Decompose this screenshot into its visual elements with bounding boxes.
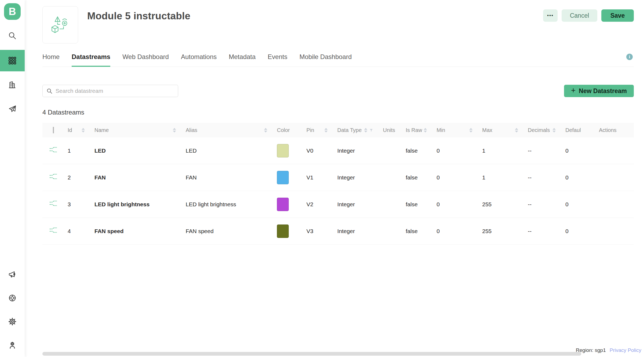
tab-datastreams[interactable]: Datastreams bbox=[72, 53, 110, 67]
sort-icon[interactable] bbox=[324, 128, 328, 133]
horizontal-scrollbar[interactable] bbox=[42, 352, 581, 356]
column-header-data-type: Data Type bbox=[337, 127, 362, 133]
sort-icon[interactable] bbox=[364, 128, 367, 133]
tab-home[interactable]: Home bbox=[42, 53, 60, 67]
devices-grid-icon bbox=[8, 56, 17, 65]
cell-name: FAN speed bbox=[91, 228, 182, 234]
paper-plane-icon bbox=[8, 105, 17, 113]
cell-id: 4 bbox=[64, 228, 91, 234]
table-row[interactable]: 4 FAN speed FAN speed V3 Integer false 0… bbox=[42, 218, 634, 245]
sort-icon[interactable] bbox=[264, 128, 267, 133]
cell-name: LED bbox=[91, 148, 182, 154]
more-options-button[interactable]: ••• bbox=[543, 9, 558, 22]
cell-min: 0 bbox=[433, 201, 479, 208]
column-header-units: Units bbox=[383, 127, 395, 133]
tab-web-dashboard[interactable]: Web Dashboard bbox=[122, 53, 169, 67]
sidebar-item-settings[interactable] bbox=[0, 310, 25, 333]
table-row[interactable]: 3 LED light brightness LED light brightn… bbox=[42, 191, 634, 218]
cell-alias: LED light brightness bbox=[182, 201, 274, 208]
cell-decimals: -- bbox=[525, 201, 562, 208]
sort-icon[interactable] bbox=[173, 128, 176, 133]
column-header-alias: Alias bbox=[186, 127, 197, 133]
cell-pin: V1 bbox=[303, 174, 334, 181]
cell-alias: FAN speed bbox=[182, 228, 274, 234]
cell-name: LED light brightness bbox=[91, 201, 182, 208]
sidebar-item-support[interactable] bbox=[0, 286, 25, 310]
cell-data-type: Integer bbox=[334, 228, 380, 234]
sort-icon[interactable] bbox=[469, 128, 473, 133]
cell-is-raw: false bbox=[402, 228, 433, 234]
sidebar-item-devices[interactable] bbox=[0, 50, 25, 71]
cell-data-type: Integer bbox=[334, 201, 380, 208]
sort-icon[interactable] bbox=[515, 128, 518, 133]
gear-icon bbox=[8, 317, 17, 326]
cell-pin: V2 bbox=[303, 201, 334, 208]
page-title: Module 5 instructable bbox=[87, 10, 191, 22]
select-all-checkbox[interactable] bbox=[53, 127, 54, 133]
template-illustration-icon bbox=[50, 15, 71, 35]
sort-icon[interactable] bbox=[552, 128, 556, 133]
info-icon[interactable]: i bbox=[626, 54, 633, 60]
color-swatch bbox=[277, 144, 289, 157]
search-datastream-input[interactable] bbox=[56, 88, 174, 94]
cell-name: FAN bbox=[91, 174, 182, 181]
column-header-default: Defaul bbox=[565, 127, 581, 133]
sidebar-item-announcements[interactable] bbox=[0, 263, 25, 286]
datastreams-toolbar: + New Datastream bbox=[42, 85, 634, 97]
column-header-is-raw: Is Raw bbox=[406, 127, 422, 133]
datastream-virtual-pin-icon bbox=[49, 226, 58, 235]
datastream-virtual-pin-icon bbox=[49, 172, 58, 182]
user-developer-icon bbox=[8, 341, 17, 349]
page-header: Module 5 instructable ••• Cancel Save bbox=[42, 0, 634, 43]
tab-metadata[interactable]: Metadata bbox=[229, 53, 256, 67]
column-header-max: Max bbox=[482, 127, 492, 133]
sidebar-item-profile[interactable] bbox=[0, 333, 25, 357]
sort-icon[interactable] bbox=[82, 128, 85, 133]
sidebar-item-search[interactable] bbox=[0, 26, 25, 45]
cell-max: 255 bbox=[479, 201, 525, 208]
cell-default: 0 bbox=[562, 174, 596, 181]
color-swatch bbox=[277, 198, 289, 211]
tab-mobile-dashboard[interactable]: Mobile Dashboard bbox=[299, 53, 352, 67]
table-row[interactable]: 2 FAN FAN V1 Integer false 0 1 -- 0 bbox=[42, 164, 634, 191]
tab-automations[interactable]: Automations bbox=[181, 53, 217, 67]
table-row[interactable]: 1 LED LED V0 Integer false 0 1 -- 0 bbox=[42, 137, 634, 164]
cell-id: 3 bbox=[64, 201, 91, 208]
cell-id: 1 bbox=[64, 148, 91, 154]
new-datastream-button[interactable]: + New Datastream bbox=[564, 85, 634, 97]
table-header-row: Id Name Alias Color Pin Data Type Units … bbox=[42, 123, 634, 137]
sidebar-item-publish[interactable] bbox=[0, 98, 25, 120]
tab-events[interactable]: Events bbox=[268, 53, 287, 67]
privacy-policy-link[interactable]: Privacy Policy bbox=[610, 347, 641, 353]
cell-is-raw: false bbox=[402, 201, 433, 208]
region-label: Region: sgp1 bbox=[576, 347, 606, 353]
search-datastream-box[interactable] bbox=[42, 85, 178, 97]
save-button[interactable]: Save bbox=[601, 9, 634, 22]
column-header-id: Id bbox=[68, 127, 72, 133]
column-header-actions: Actions bbox=[599, 127, 617, 133]
datastreams-count: 4 Datastreams bbox=[42, 109, 634, 116]
sidebar-item-organization[interactable] bbox=[0, 74, 25, 95]
color-swatch bbox=[277, 224, 289, 238]
cell-max: 255 bbox=[479, 228, 525, 234]
cell-decimals: -- bbox=[525, 228, 562, 234]
cell-min: 0 bbox=[433, 174, 479, 181]
column-header-name: Name bbox=[94, 127, 109, 133]
megaphone-icon bbox=[8, 270, 17, 279]
cell-max: 1 bbox=[479, 148, 525, 154]
cell-alias: FAN bbox=[182, 174, 274, 181]
cell-data-type: Integer bbox=[334, 148, 380, 154]
filter-funnel-icon[interactable] bbox=[369, 128, 373, 132]
template-image-tile bbox=[42, 6, 78, 43]
column-header-min: Min bbox=[437, 127, 445, 133]
blynk-logo[interactable]: B bbox=[4, 3, 21, 20]
cancel-button[interactable]: Cancel bbox=[562, 9, 597, 22]
sort-icon[interactable] bbox=[424, 128, 427, 133]
organization-building-icon bbox=[8, 80, 17, 89]
lifebuoy-icon bbox=[8, 294, 17, 302]
cell-default: 0 bbox=[562, 148, 596, 154]
datastream-virtual-pin-icon bbox=[49, 199, 58, 208]
sidebar: B bbox=[0, 0, 25, 357]
plus-icon: + bbox=[571, 86, 576, 95]
datastream-virtual-pin-icon bbox=[49, 145, 58, 155]
